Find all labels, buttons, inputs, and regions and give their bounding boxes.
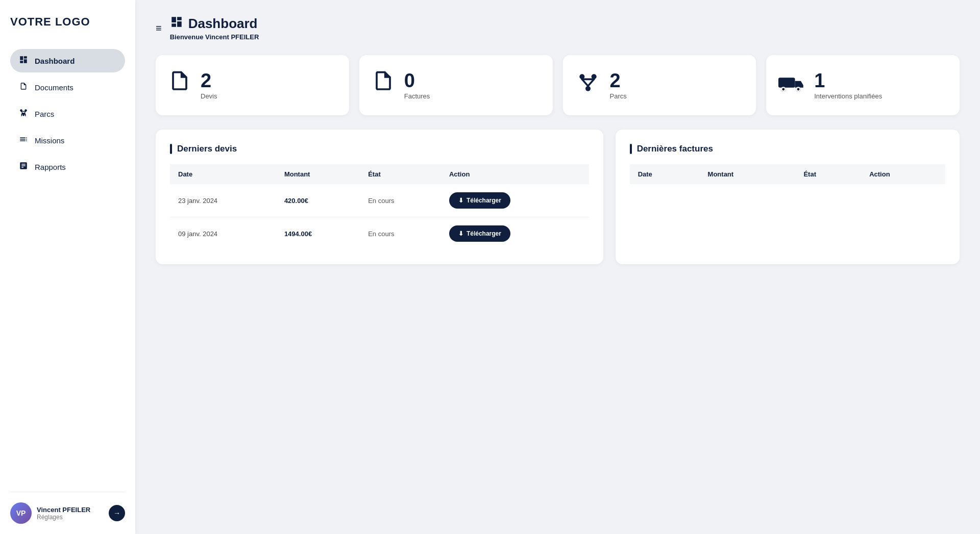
- row1-action: ⬇ Télécharger: [441, 184, 589, 217]
- logo: VOTRE LOGO: [10, 15, 125, 29]
- sidebar-item-documents[interactable]: Documents: [10, 75, 125, 99]
- fcol-date: Date: [630, 164, 700, 184]
- parcs-stat-icon: [575, 71, 601, 99]
- devis-icon: [168, 69, 191, 101]
- truck-icon: [778, 72, 805, 98]
- menu-toggle-button[interactable]: ≡: [156, 22, 162, 34]
- topbar: ≡ Dashboard Bienvenue Vincent PFEILER: [156, 15, 960, 41]
- content-grid: Derniers devis Date Montant État Action …: [156, 130, 960, 264]
- table-row: 09 janv. 2024 1494.00€ En cours ⬇ Téléch…: [170, 217, 589, 250]
- svg-line-10: [588, 79, 594, 86]
- title-bar: [170, 144, 172, 154]
- dashboard-icon: [18, 55, 29, 66]
- welcome-message: Bienvenue Vincent PFEILER: [170, 33, 259, 41]
- stat-card-devis: 2 Devis: [156, 55, 349, 115]
- logout-icon: →: [113, 509, 120, 517]
- logout-button[interactable]: →: [109, 505, 125, 521]
- devis-table: Date Montant État Action 23 janv. 2024 4…: [170, 164, 589, 250]
- main-content: ≡ Dashboard Bienvenue Vincent PFEILER: [135, 0, 980, 534]
- parcs-icon: [18, 108, 29, 119]
- row2-etat: En cours: [360, 217, 441, 250]
- sidebar-item-missions-label: Missions: [35, 136, 64, 145]
- svg-point-2: [22, 114, 24, 116]
- document-icon: [18, 82, 29, 93]
- sidebar: VOTRE LOGO Dashboard Documents: [0, 0, 135, 534]
- row1-etat: En cours: [360, 184, 441, 217]
- interventions-label: Interventions planifiées: [814, 92, 882, 100]
- interventions-count: 1: [814, 71, 882, 90]
- col-etat: État: [360, 164, 441, 184]
- user-section: VP Vincent PFEILER Réglages →: [10, 492, 125, 524]
- sidebar-item-rapports-label: Rapports: [35, 163, 66, 171]
- derniers-devis-card: Derniers devis Date Montant État Action …: [156, 130, 603, 264]
- parcs-label: Parcs: [610, 92, 627, 100]
- title-bar-factures: [630, 144, 632, 154]
- devis-label: Devis: [201, 92, 217, 100]
- stat-card-factures: 0 Factures: [359, 55, 553, 115]
- svg-point-17: [782, 88, 785, 91]
- row2-montant: 1494.00€: [276, 217, 360, 250]
- dernieres-factures-title: Dernières factures: [630, 144, 945, 154]
- dashboard-title-icon: [170, 15, 183, 32]
- row2-date: 09 janv. 2024: [170, 217, 276, 250]
- factures-label: Factures: [404, 92, 430, 100]
- parcs-count: 2: [610, 71, 627, 90]
- derniers-devis-title: Derniers devis: [170, 144, 589, 154]
- download-icon-1: ⬇: [458, 197, 463, 204]
- svg-rect-12: [778, 78, 795, 88]
- fcol-etat: État: [795, 164, 861, 184]
- factures-table: Date Montant État Action: [630, 164, 945, 184]
- missions-icon: [18, 135, 29, 146]
- sidebar-item-dashboard[interactable]: Dashboard: [10, 49, 125, 72]
- factures-count: 0: [404, 71, 430, 90]
- sidebar-item-documents-label: Documents: [35, 83, 74, 92]
- svg-point-18: [797, 88, 800, 91]
- nav-menu: Dashboard Documents: [10, 49, 125, 481]
- user-settings-label: Réglages: [37, 514, 104, 521]
- fcol-montant: Montant: [700, 164, 796, 184]
- download-icon-2: ⬇: [458, 230, 463, 237]
- sidebar-item-parcs[interactable]: Parcs: [10, 102, 125, 125]
- row1-date: 23 janv. 2024: [170, 184, 276, 217]
- row1-montant: 420.00€: [276, 184, 360, 217]
- table-row: 23 janv. 2024 420.00€ En cours ⬇ Télécha…: [170, 184, 589, 217]
- download-button-2[interactable]: ⬇ Télécharger: [449, 225, 510, 242]
- fcol-action: Action: [861, 164, 945, 184]
- stat-card-parcs: 2 Parcs: [563, 55, 756, 115]
- sidebar-item-parcs-label: Parcs: [35, 110, 54, 118]
- dernieres-factures-card: Dernières factures Date Montant État Act…: [616, 130, 960, 264]
- sidebar-item-missions[interactable]: Missions: [10, 129, 125, 152]
- row2-action: ⬇ Télécharger: [441, 217, 589, 250]
- sidebar-item-dashboard-label: Dashboard: [35, 57, 75, 65]
- stats-grid: 2 Devis 0 Factures: [156, 55, 960, 115]
- col-action: Action: [441, 164, 589, 184]
- devis-count: 2: [201, 71, 217, 90]
- col-date: Date: [170, 164, 276, 184]
- user-name: Vincent PFEILER: [37, 506, 104, 514]
- avatar: VP: [10, 502, 32, 524]
- download-button-1[interactable]: ⬇ Télécharger: [449, 192, 510, 209]
- stat-card-interventions: 1 Interventions planifiées: [766, 55, 960, 115]
- col-montant: Montant: [276, 164, 360, 184]
- factures-icon: [372, 69, 395, 101]
- svg-line-9: [582, 79, 588, 86]
- page-title: Dashboard: [188, 16, 258, 32]
- sidebar-item-rapports[interactable]: Rapports: [10, 155, 125, 179]
- rapports-icon: [18, 161, 29, 172]
